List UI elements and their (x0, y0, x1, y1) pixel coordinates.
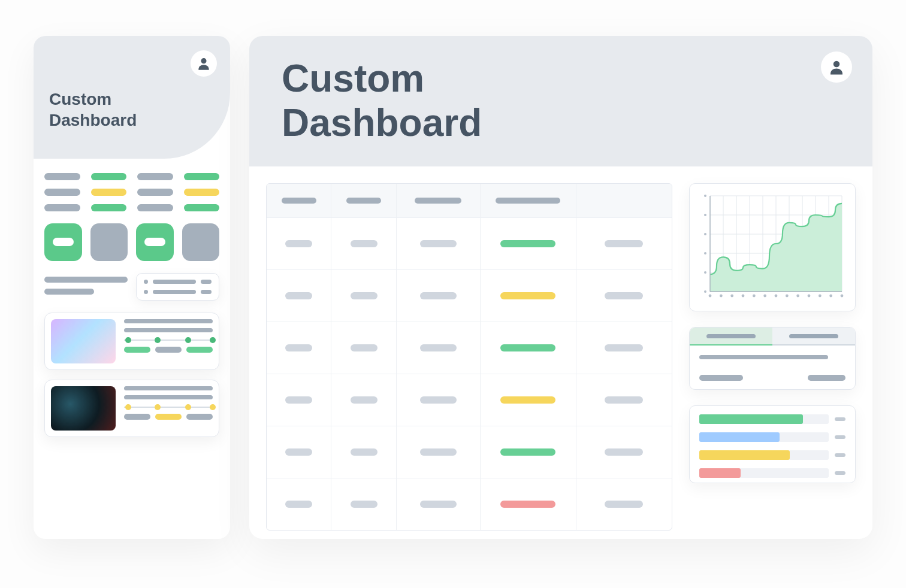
table-cell (397, 426, 481, 478)
svg-point-33 (775, 295, 778, 298)
mobile-dashboard-panel: CustomDashboard (34, 36, 230, 539)
table-cell (397, 478, 481, 530)
hbar-row (699, 450, 845, 460)
table-row[interactable] (267, 269, 672, 322)
status-pill (137, 173, 173, 180)
tabbed-card (689, 327, 856, 390)
table-cell (331, 218, 396, 269)
svg-point-37 (819, 295, 822, 298)
tag-chips (124, 414, 213, 420)
table-cell (331, 374, 396, 426)
table-cell (267, 270, 331, 322)
tag-chips (124, 347, 213, 353)
table-cell (576, 270, 672, 322)
status-pill (184, 204, 220, 211)
table-cell (397, 270, 481, 322)
svg-point-39 (841, 295, 844, 298)
table-row[interactable] (267, 374, 672, 426)
tab-text-line (699, 355, 828, 359)
tile-toggle[interactable] (136, 223, 174, 261)
svg-point-22 (704, 214, 706, 216)
table-cell (267, 322, 331, 374)
svg-point-29 (730, 295, 733, 298)
status-pill (184, 173, 220, 180)
media-card[interactable] (44, 313, 219, 370)
tab-action-right[interactable] (808, 375, 845, 381)
horizontal-bar-chart (689, 405, 856, 483)
table-cell (397, 218, 481, 269)
table-cell (267, 426, 331, 478)
table-row[interactable] (267, 217, 672, 269)
tile-toggle[interactable] (44, 223, 82, 261)
svg-point-28 (720, 295, 723, 298)
table-cell (481, 426, 576, 478)
thumbnail-image (51, 386, 116, 431)
status-pill (137, 204, 173, 211)
area-chart-card (689, 183, 856, 311)
svg-point-25 (704, 271, 706, 274)
table-cell (481, 374, 576, 426)
status-pill (137, 189, 173, 196)
mobile-title: CustomDashboard (49, 89, 215, 131)
svg-point-30 (742, 295, 745, 298)
table-row[interactable] (267, 426, 672, 478)
svg-point-0 (201, 58, 206, 63)
table-cell (397, 322, 481, 374)
svg-point-31 (753, 295, 756, 298)
tab-2[interactable] (772, 328, 855, 345)
table-cell (267, 478, 331, 530)
status-pill (44, 189, 80, 196)
desktop-title: CustomDashboard (282, 57, 482, 145)
svg-point-21 (704, 195, 706, 197)
area-chart (700, 192, 844, 300)
desktop-dashboard-panel: CustomDashboard (249, 36, 872, 539)
hbar-row (699, 468, 845, 478)
avatar-icon[interactable] (191, 50, 217, 77)
svg-point-36 (808, 295, 811, 298)
table-cell (331, 270, 396, 322)
svg-point-38 (829, 295, 832, 298)
table-cell (267, 218, 331, 269)
hbar-row (699, 432, 845, 442)
table-cell (576, 478, 672, 530)
table-row[interactable] (267, 478, 672, 530)
table-cell (481, 478, 576, 530)
status-pill (44, 204, 80, 211)
hbar-row (699, 414, 845, 424)
table-cell (331, 322, 396, 374)
table-cell (481, 322, 576, 374)
table-row[interactable] (267, 322, 672, 374)
status-pill (184, 189, 220, 196)
progress-track[interactable] (124, 340, 213, 341)
table-cell (576, 426, 672, 478)
table-cell (481, 270, 576, 322)
svg-point-24 (704, 252, 706, 254)
tab-action-left[interactable] (699, 375, 743, 381)
media-card[interactable] (44, 380, 219, 437)
svg-point-34 (786, 295, 789, 298)
table-cell (397, 374, 481, 426)
data-table (266, 183, 672, 531)
text-block (44, 273, 128, 301)
table-cell (331, 478, 396, 530)
tile-row (44, 223, 219, 261)
status-pill (91, 189, 127, 196)
desktop-header: CustomDashboard (249, 36, 872, 166)
avatar-icon[interactable] (821, 51, 852, 83)
table-cell (576, 374, 672, 426)
svg-point-27 (709, 295, 712, 298)
progress-track[interactable] (124, 407, 213, 408)
status-pill (44, 173, 80, 180)
svg-point-35 (796, 295, 799, 298)
table-header-row (267, 184, 672, 217)
table-cell (576, 218, 672, 269)
list-card[interactable] (136, 273, 219, 301)
tab-1[interactable] (690, 328, 772, 345)
svg-point-26 (704, 290, 706, 293)
tile[interactable] (90, 223, 128, 261)
mobile-header: CustomDashboard (34, 36, 230, 159)
tile[interactable] (182, 223, 220, 261)
svg-point-1 (833, 61, 840, 68)
table-cell (481, 218, 576, 269)
table-cell (331, 426, 396, 478)
